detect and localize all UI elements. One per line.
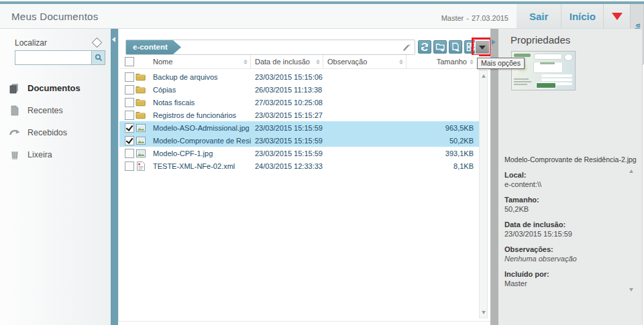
- cell-date: 23/03/2015 15:15:59: [251, 133, 323, 147]
- row-checkbox[interactable]: [125, 111, 134, 120]
- property-value: 50,2KB: [504, 204, 624, 214]
- cell-observation: [323, 146, 407, 160]
- property-value: Master: [504, 279, 624, 288]
- row-checkbox[interactable]: [125, 123, 134, 133]
- property-field: Tamanho: 50,2KB: [504, 195, 624, 214]
- user-session-info: Master-27.03.2015: [423, 14, 508, 22]
- column-header-data[interactable]: Data de inclusão: [251, 55, 323, 69]
- cell-size: 393,1KB: [407, 146, 479, 160]
- column-header-observacao[interactable]: Observação: [323, 55, 407, 69]
- more-options-button[interactable]: [475, 40, 490, 54]
- collapse-panel-handle[interactable]: [492, 40, 496, 45]
- sort-icon: [316, 60, 320, 64]
- xml-file-icon: [137, 161, 145, 171]
- collapse-sidebar-handle[interactable]: [112, 37, 115, 42]
- row-checkbox[interactable]: [125, 85, 134, 94]
- refresh-button[interactable]: [418, 40, 431, 54]
- cell-size: 50,2KB: [407, 133, 479, 147]
- table-header: Nome Data de inclusão Observação Tamanho: [119, 55, 479, 69]
- panel-divider: [490, 29, 498, 325]
- app-window: Meus Documentos Master-27.03.2015 Sair I…: [0, 0, 644, 325]
- home-button[interactable]: Início: [561, 4, 603, 28]
- sidebar-item-lixeira[interactable]: Lixeira: [0, 143, 111, 166]
- sort-icon: [244, 60, 248, 64]
- table-row[interactable]: Cópias 26/03/2015 11:13:38: [119, 83, 479, 96]
- sidebar-item-documentos[interactable]: Documentos: [0, 77, 111, 99]
- properties-title: Propriedades: [511, 34, 570, 46]
- cell-date: 23/03/2015 15:15:59: [251, 121, 323, 135]
- property-label: Tamanho:: [504, 195, 624, 204]
- sidebar-item-recebidos[interactable]: Recebidos: [0, 121, 111, 143]
- cell-observation: [323, 108, 407, 122]
- row-checkbox[interactable]: [125, 149, 134, 158]
- file-type-icon: [136, 149, 146, 158]
- file-type-icon: [136, 85, 146, 94]
- search-icon: [95, 54, 103, 62]
- new-document-button[interactable]: [449, 40, 462, 54]
- file-thumbnail: [511, 51, 576, 90]
- folder-icon: [136, 111, 146, 119]
- cell-date: 26/03/2015 11:13:38: [251, 82, 323, 96]
- search-input[interactable]: [15, 51, 91, 64]
- row-checkbox[interactable]: [125, 72, 134, 82]
- property-filename: Modelo-Comprovante de Residência-2.jpg: [504, 155, 637, 164]
- cell-size: 963,5KB: [407, 121, 479, 135]
- sidebar-item-label: Recentes: [28, 106, 63, 115]
- cell-observation: [323, 82, 407, 96]
- cell-date: 23/03/2015 15:15:59: [251, 146, 323, 160]
- sidebar-rail: [111, 29, 118, 325]
- property-value: e-content:\\: [504, 180, 624, 189]
- row-checkbox[interactable]: [125, 161, 134, 171]
- table-row[interactable]: Notas fiscais 27/03/2015 10:25:08: [119, 96, 479, 109]
- edit-path-icon[interactable]: [401, 42, 411, 55]
- folder-icon: [136, 85, 146, 94]
- table-row[interactable]: Modelo-CPF-1.jpg 23/03/2015 15:15:59 393…: [119, 147, 479, 159]
- search-button[interactable]: [91, 51, 105, 64]
- sidebar-menu: Documentos Recentes Recebidos Lixeira: [0, 77, 111, 166]
- breadcrumb-item-econtent[interactable]: e-content: [126, 40, 181, 54]
- table-row[interactable]: Modelo-Comprovante de Residência-2.jpg 2…: [119, 134, 479, 147]
- scroll-up-icon[interactable]: [629, 170, 633, 173]
- scroll-up-icon[interactable]: [482, 74, 486, 78]
- table-row[interactable]: TESTE-XML-NFe-02.xml 24/03/2015 12:33:33…: [119, 159, 479, 172]
- cell-observation: [323, 159, 407, 173]
- table-row[interactable]: Registros de funcionários 23/03/2015 15:…: [119, 109, 479, 121]
- file-type-icon: [136, 136, 146, 145]
- logout-button[interactable]: Sair: [517, 4, 561, 28]
- table-row[interactable]: Backup de arquivos 23/03/2015 15:15:06: [119, 70, 479, 83]
- header-buttons: Sair Início: [517, 4, 631, 28]
- clear-search-icon[interactable]: [92, 38, 103, 48]
- column-header-tamanho[interactable]: Tamanho: [407, 55, 479, 69]
- header-dropdown-button[interactable]: [603, 4, 631, 28]
- recent-file-icon: [9, 105, 21, 117]
- file-type-icon: [136, 123, 146, 133]
- folder-icon: [136, 72, 146, 81]
- cell-name: Backup de arquivos: [152, 70, 251, 84]
- file-type-icon: [136, 98, 146, 107]
- table-scrollbar[interactable]: [479, 70, 488, 318]
- table-body: Backup de arquivos 23/03/2015 15:15:06 C…: [119, 70, 479, 172]
- select-all-checkbox[interactable]: [125, 57, 134, 66]
- column-header-nome[interactable]: Nome: [152, 55, 251, 69]
- search-label: Localizar: [15, 38, 47, 48]
- row-checkbox[interactable]: [125, 98, 134, 107]
- cell-observation: [323, 121, 407, 135]
- sidebar-item-label: Lixeira: [28, 150, 52, 159]
- scroll-down-icon[interactable]: [629, 288, 633, 291]
- property-label: Incluído por:: [504, 269, 624, 279]
- grid-view-icon: [466, 42, 476, 52]
- scroll-down-icon[interactable]: [482, 311, 486, 314]
- sidebar-item-recentes[interactable]: Recentes: [0, 99, 111, 121]
- red-caret-icon: [612, 13, 623, 20]
- cell-date: 23/03/2015 15:15:27: [251, 108, 323, 122]
- table-row[interactable]: Modelo-ASO-Admissional.jpg 23/03/2015 15…: [119, 121, 479, 134]
- cell-name: Registros de funcionários: [152, 108, 251, 122]
- property-value: Nenhuma observação: [504, 254, 624, 263]
- sidebar-item-label: Documentos: [28, 83, 80, 93]
- panel-scrollbar[interactable]: [628, 168, 635, 293]
- cell-observation: [323, 95, 407, 109]
- cell-size: [407, 108, 479, 122]
- move-to-folder-button[interactable]: [433, 40, 447, 54]
- move-folder-icon: [435, 42, 445, 52]
- row-checkbox[interactable]: [125, 136, 134, 145]
